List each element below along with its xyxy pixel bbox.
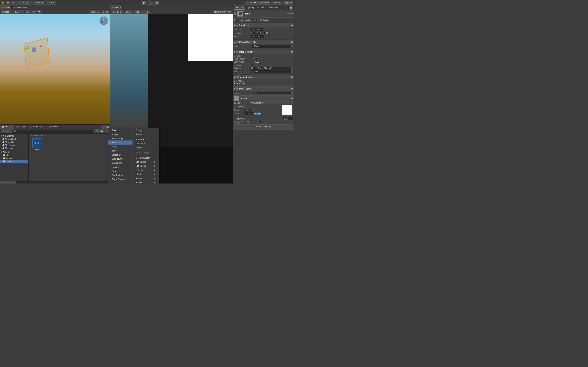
ctx-2d-object[interactable]: 2D Object ▶ bbox=[133, 164, 159, 168]
add-component-btn[interactable]: Add Component bbox=[234, 124, 293, 129]
game-tab[interactable]: 🎮 Game bbox=[110, 5, 122, 9]
script-ref[interactable]: paint bbox=[250, 92, 291, 95]
play-btn[interactable]: ▶ bbox=[141, 1, 147, 5]
move-tool-btn[interactable]: ✛ bbox=[6, 1, 10, 5]
rotate-tool-btn[interactable]: ↻ bbox=[11, 1, 15, 5]
base-rgb-preview[interactable] bbox=[282, 105, 292, 115]
sidebar-scripts[interactable]: 📁 Scripts bbox=[0, 160, 28, 163]
material-pick-icon[interactable] bbox=[291, 67, 293, 69]
scale-control[interactable]: Scale ───○ 2x bbox=[134, 10, 150, 14]
audio-mixer-tab[interactable]: ♫ Audio Mixer bbox=[44, 125, 61, 129]
multi-tool-btn[interactable]: ❖ bbox=[25, 1, 30, 5]
ctx-light[interactable]: Light ▶ bbox=[133, 172, 159, 176]
sidebar-materials[interactable]: 📁 Materials bbox=[0, 157, 28, 160]
shaded-dropdown[interactable]: Shaded ▾ bbox=[1, 10, 12, 14]
mesh-renderer-header[interactable]: ▶ Mesh Renderer ⚙ bbox=[233, 75, 294, 79]
shader-dropdown[interactable]: Unlit/Texture ▾ bbox=[250, 101, 293, 104]
sidebar-all-prefabs[interactable]: All Prefabs bbox=[0, 143, 28, 147]
display-dropdown[interactable]: Display 1 ▾ bbox=[111, 10, 124, 14]
maximize-btn[interactable]: Maximize On Play bbox=[213, 10, 232, 14]
static-toggle[interactable]: Static ▾ bbox=[287, 13, 293, 15]
local-btn[interactable]: Local ▾ bbox=[46, 1, 56, 5]
ctx-video[interactable]: Video ▶ bbox=[133, 180, 159, 184]
scrollbar-horizontal[interactable] bbox=[0, 181, 110, 184]
search-input[interactable]: Q+All bbox=[101, 10, 109, 14]
collapse-btn[interactable]: ⊟ bbox=[101, 125, 105, 129]
ctx-toggle[interactable]: Toggle bbox=[108, 145, 132, 149]
position-x-field[interactable]: X5 bbox=[250, 28, 255, 31]
scale-z-field[interactable]: Z1 bbox=[260, 35, 265, 38]
center-btn[interactable]: Center ▾ bbox=[33, 1, 45, 5]
mesh-renderer-settings[interactable]: ⚙ bbox=[291, 76, 293, 78]
ctx-effects[interactable]: Effects ▶ bbox=[133, 168, 159, 172]
transform-header[interactable]: ▾ ⊞ Transform ⚙ bbox=[233, 23, 294, 27]
ctx-copy[interactable]: Copy bbox=[133, 128, 159, 132]
transform-settings-icon[interactable]: ⚙ bbox=[291, 24, 293, 27]
ctx-slider[interactable]: Slider bbox=[108, 149, 132, 153]
select-btn[interactable]: Select bbox=[254, 113, 261, 115]
create-button[interactable]: Create ▾ bbox=[1, 129, 12, 133]
occlusion-tab[interactable]: Occlusion bbox=[256, 5, 267, 10]
position-y-field[interactable]: Y5 bbox=[255, 28, 260, 31]
hand-tool-btn[interactable]: ✋ bbox=[1, 1, 5, 5]
ctx-canvas[interactable]: Canvas bbox=[108, 165, 132, 169]
lighting-tab[interactable]: Lighting bbox=[245, 5, 255, 10]
filter-btn[interactable]: ☰ bbox=[94, 129, 99, 133]
fx-toggle[interactable]: ⚙ bbox=[31, 10, 36, 14]
ctx-paste[interactable]: Paste bbox=[133, 132, 159, 136]
ctx-scroll-view[interactable]: Scroll View bbox=[108, 173, 132, 177]
pause-btn[interactable]: ⏸ bbox=[148, 1, 153, 5]
mesh-filter-header[interactable]: ▾ Plane (Mesh Filter) ⚙ bbox=[233, 40, 294, 44]
mesh-filter-pick-icon[interactable] bbox=[291, 46, 293, 47]
layer-dropdown[interactable]: Default ▾ bbox=[259, 19, 269, 22]
collider-mesh-ref[interactable]: Plane bbox=[250, 70, 291, 73]
light-toggle[interactable]: ☀ bbox=[19, 10, 24, 14]
layers-btn[interactable]: Layers ▾ bbox=[271, 1, 282, 5]
scale-y-field[interactable]: Y1 bbox=[255, 35, 260, 38]
material-ref[interactable]: None (Physic Material) bbox=[250, 67, 291, 70]
audio-toggle[interactable]: 🔊 bbox=[25, 10, 30, 14]
scene-tab[interactable]: ⊙ Scene bbox=[0, 5, 12, 9]
2d-btn[interactable]: 2D bbox=[13, 10, 18, 14]
inspector-lock-btn[interactable]: 🔒 bbox=[289, 6, 293, 9]
assets-header[interactable]: ▾ Assets bbox=[0, 150, 28, 154]
collab-btn[interactable]: ☁ Collab ▾ bbox=[245, 1, 258, 5]
ctx-delete[interactable]: Delete bbox=[133, 146, 159, 150]
script-pick-icon[interactable] bbox=[291, 92, 293, 94]
paint-settings[interactable]: ⚙ bbox=[291, 87, 293, 90]
ctx-dropdown[interactable]: Dropdown bbox=[108, 157, 132, 161]
inflate-mesh-checkbox[interactable] bbox=[254, 58, 257, 60]
tiling-y-field[interactable]: Y1 bbox=[249, 109, 254, 112]
project-tab[interactable]: 📁 Project bbox=[0, 125, 14, 129]
folder-btn[interactable]: 📂 bbox=[99, 129, 104, 133]
ratio-dropdown[interactable]: 16:9 ▾ bbox=[125, 10, 133, 14]
mesh-collider-settings[interactable]: ⚙ bbox=[291, 50, 293, 53]
tag-dropdown[interactable]: Untagged ▾ bbox=[239, 19, 251, 22]
mesh-filter-settings[interactable]: ⚙ bbox=[291, 41, 293, 43]
ctx-image[interactable]: Image bbox=[108, 132, 132, 136]
paint-script-header[interactable]: ▾ Paint (Script) ⚙ bbox=[233, 87, 294, 91]
scene-view[interactable]: Y bbox=[0, 14, 110, 124]
double-sided-checkbox[interactable] bbox=[259, 121, 261, 123]
ctx-create-empty[interactable]: Create Empty bbox=[133, 156, 159, 160]
project-search-bar[interactable]: 🔍 bbox=[13, 130, 93, 133]
gizmos-dropdown[interactable]: Gizmos ▾ bbox=[89, 10, 101, 14]
position-z-field[interactable]: Z0 bbox=[260, 28, 265, 31]
inspector-tab[interactable]: Inspector bbox=[234, 5, 245, 10]
ctx-3d-object[interactable]: 3D Object ▶ bbox=[133, 160, 159, 164]
scale-tool-btn[interactable]: ⤢ bbox=[16, 1, 20, 5]
mesh-renderer-enabled[interactable] bbox=[236, 76, 239, 78]
ctx-event-system[interactable]: Event System bbox=[108, 177, 132, 181]
scale-x-field[interactable]: X1 bbox=[250, 35, 255, 38]
object-active-checkbox[interactable] bbox=[234, 12, 236, 15]
mesh-collider-enabled[interactable] bbox=[236, 50, 238, 53]
animation-tab[interactable]: ▷ Animation bbox=[28, 125, 44, 129]
is-trigger-checkbox[interactable] bbox=[250, 64, 253, 66]
ctx-button[interactable]: Button bbox=[108, 141, 132, 145]
asset-item-paint[interactable]: C# paint bbox=[31, 138, 43, 150]
rect-tool-btn[interactable]: ▭ bbox=[20, 1, 25, 5]
offset-y-field[interactable]: Y0 bbox=[249, 112, 254, 115]
rotation-z-field[interactable]: Z-90 bbox=[263, 32, 269, 35]
sidebar-dlls[interactable]: 📁 Dlls bbox=[0, 154, 28, 157]
ctx-audio[interactable]: Audio ▶ bbox=[133, 176, 159, 180]
